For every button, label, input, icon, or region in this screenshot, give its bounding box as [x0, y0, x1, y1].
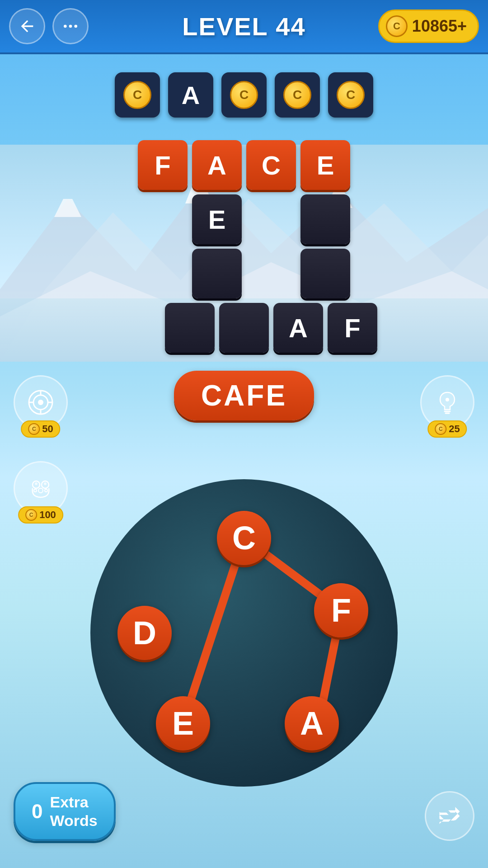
svg-point-2: [74, 25, 77, 28]
grid-row-1: F A C E: [138, 140, 350, 190]
target-cost-coin: C: [28, 423, 40, 435]
tile-coin-4: C: [337, 81, 365, 109]
grid-spacer-3-0: [138, 249, 188, 298]
grid-cell-2-3: [300, 194, 350, 244]
header-left: [9, 8, 89, 44]
coin-icon: C: [386, 15, 408, 37]
collected-tile-2: C: [221, 72, 267, 118]
grid-cell-4-A: A: [273, 303, 323, 353]
level-title: LEVEL 44: [182, 12, 305, 41]
tile-coin-2: C: [230, 81, 258, 109]
header: LEVEL 44 C 10865+: [0, 0, 488, 54]
wheel-letter-F[interactable]: F: [314, 583, 368, 637]
grid-cell-4-1: [165, 303, 215, 353]
tile-coin-0: C: [123, 81, 151, 109]
grid-cell-4-2: [219, 303, 269, 353]
found-word-text: CAFE: [201, 379, 287, 412]
grid-cell-2-1: E: [192, 194, 242, 244]
lightbulb-cost-coin: C: [435, 423, 446, 435]
coins-amount: 10865+: [412, 17, 467, 36]
svg-point-24: [45, 489, 47, 492]
extra-words-label: ExtraWords: [50, 793, 97, 830]
grid-cell-E: E: [300, 140, 350, 190]
lightbulb-cost-text: 25: [449, 423, 460, 435]
svg-point-22: [38, 488, 43, 493]
grid-spacer-4-0: [111, 303, 160, 353]
svg-point-0: [64, 25, 67, 28]
wheel-letter-C[interactable]: C: [217, 511, 271, 565]
svg-point-21: [44, 482, 47, 485]
extra-words-count: 0: [32, 800, 42, 823]
shuffle-button[interactable]: [425, 791, 474, 841]
grid-row-3: [138, 249, 350, 298]
coins-display: C 10865+: [378, 9, 479, 43]
grid-cell-3-3: [300, 249, 350, 298]
grid-spacer-2-0: [138, 194, 188, 244]
brain-powerup-cost: C 100: [18, 506, 63, 524]
lightbulb-powerup-cost: C 25: [427, 420, 467, 438]
brain-cost-text: 100: [39, 509, 56, 521]
grid-spacer-3-2: [246, 249, 296, 298]
svg-line-30: [183, 538, 244, 723]
collected-row: C A C C C: [0, 72, 488, 118]
extra-words-button[interactable]: 0 ExtraWords: [14, 782, 116, 841]
collected-tile-0: C: [115, 72, 160, 118]
svg-point-20: [35, 482, 38, 485]
grid-cell-F: F: [138, 140, 188, 190]
target-cost-text: 50: [42, 423, 53, 435]
grid-row-2: E: [138, 194, 350, 244]
menu-button[interactable]: [52, 8, 89, 44]
grid-spacer-2-2: [246, 194, 296, 244]
brain-cost-coin: C: [25, 509, 37, 521]
letter-wheel: C D F E A: [90, 479, 398, 787]
svg-point-1: [69, 25, 72, 28]
wheel-letter-D[interactable]: D: [117, 606, 172, 660]
target-powerup-cost: C 50: [21, 420, 60, 438]
collected-tile-4: C: [328, 72, 373, 118]
collected-tile-3: C: [275, 72, 320, 118]
grid-cell-4-F: F: [328, 303, 377, 353]
wheel-letter-A[interactable]: A: [285, 696, 339, 750]
grid-cell-C: C: [246, 140, 296, 190]
wheel-letter-E[interactable]: E: [156, 696, 210, 750]
grid-row-4: A F: [111, 303, 377, 353]
crossword-grid: F A C E E A F CAFE: [0, 140, 488, 420]
tile-coin-3: C: [283, 81, 311, 109]
back-button[interactable]: [9, 8, 45, 44]
wheel-circle: C D F E A: [90, 479, 398, 787]
grid-cell-A: A: [192, 140, 242, 190]
svg-point-23: [34, 489, 37, 492]
grid-cell-3-1: [192, 249, 242, 298]
found-word-display: CAFE: [174, 371, 314, 420]
collected-tile-1: A: [168, 72, 213, 118]
